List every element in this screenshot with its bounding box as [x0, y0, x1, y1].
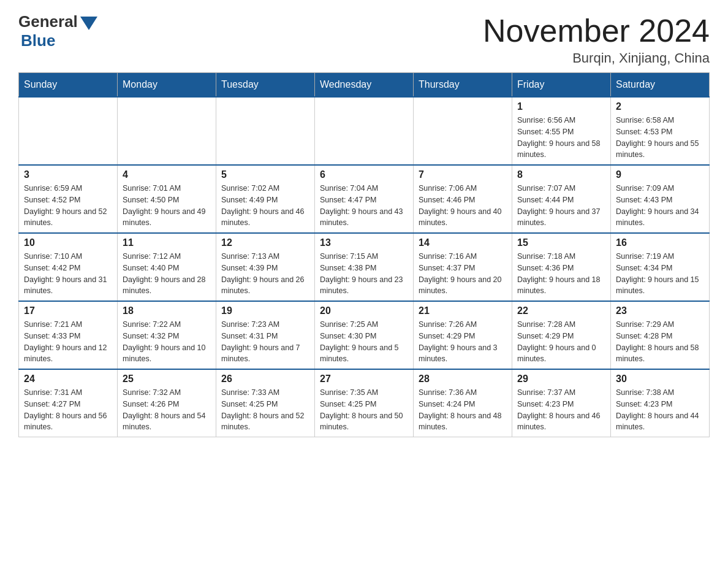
day-cell-25: 25Sunrise: 7:32 AMSunset: 4:26 PMDayligh…: [118, 369, 216, 437]
weekday-header-row: SundayMondayTuesdayWednesdayThursdayFrid…: [19, 73, 710, 98]
day-info-17: Sunrise: 7:21 AMSunset: 4:33 PMDaylight:…: [24, 319, 112, 365]
day-info-11: Sunrise: 7:12 AMSunset: 4:40 PMDaylight:…: [123, 251, 211, 297]
day-cell-12: 12Sunrise: 7:13 AMSunset: 4:39 PMDayligh…: [216, 233, 315, 301]
day-info-3: Sunrise: 6:59 AMSunset: 4:52 PMDaylight:…: [24, 183, 112, 229]
day-cell-5: 5Sunrise: 7:02 AMSunset: 4:49 PMDaylight…: [216, 165, 315, 233]
day-number-1: 1: [517, 101, 605, 112]
day-cell-22: 22Sunrise: 7:28 AMSunset: 4:29 PMDayligh…: [512, 301, 611, 369]
day-number-12: 12: [221, 237, 309, 248]
day-number-15: 15: [517, 237, 605, 248]
day-info-8: Sunrise: 7:07 AMSunset: 4:44 PMDaylight:…: [517, 183, 605, 229]
day-number-19: 19: [221, 305, 309, 316]
day-cell-23: 23Sunrise: 7:29 AMSunset: 4:28 PMDayligh…: [611, 301, 710, 369]
month-title: November 2024: [483, 12, 710, 49]
day-cell-1: 1Sunrise: 6:56 AMSunset: 4:55 PMDaylight…: [512, 97, 611, 165]
day-cell-14: 14Sunrise: 7:16 AMSunset: 4:37 PMDayligh…: [414, 233, 512, 301]
day-info-24: Sunrise: 7:31 AMSunset: 4:27 PMDaylight:…: [24, 387, 112, 433]
day-info-6: Sunrise: 7:04 AMSunset: 4:47 PMDaylight:…: [320, 183, 408, 229]
day-number-26: 26: [221, 373, 309, 385]
day-info-1: Sunrise: 6:56 AMSunset: 4:55 PMDaylight:…: [517, 115, 605, 161]
logo-general-text: General: [18, 12, 78, 31]
day-cell-27: 27Sunrise: 7:35 AMSunset: 4:25 PMDayligh…: [315, 369, 414, 437]
week-row-5: 24Sunrise: 7:31 AMSunset: 4:27 PMDayligh…: [19, 369, 710, 437]
day-cell-26: 26Sunrise: 7:33 AMSunset: 4:25 PMDayligh…: [216, 369, 315, 437]
day-number-29: 29: [517, 373, 605, 385]
logo: General Blue: [18, 12, 97, 50]
day-info-21: Sunrise: 7:26 AMSunset: 4:29 PMDaylight:…: [419, 319, 507, 365]
day-info-7: Sunrise: 7:06 AMSunset: 4:46 PMDaylight:…: [419, 183, 507, 229]
day-info-22: Sunrise: 7:28 AMSunset: 4:29 PMDaylight:…: [517, 319, 605, 365]
day-cell-11: 11Sunrise: 7:12 AMSunset: 4:40 PMDayligh…: [118, 233, 216, 301]
day-number-6: 6: [320, 169, 408, 180]
day-number-18: 18: [123, 305, 211, 316]
day-cell-9: 9Sunrise: 7:09 AMSunset: 4:43 PMDaylight…: [611, 165, 710, 233]
day-cell-15: 15Sunrise: 7:18 AMSunset: 4:36 PMDayligh…: [512, 233, 611, 301]
empty-cell: [118, 97, 216, 165]
day-number-30: 30: [616, 373, 704, 385]
day-info-4: Sunrise: 7:01 AMSunset: 4:50 PMDaylight:…: [123, 183, 211, 229]
logo-triangle-icon: [80, 17, 97, 30]
day-number-4: 4: [123, 169, 211, 180]
day-number-14: 14: [419, 237, 507, 248]
day-cell-24: 24Sunrise: 7:31 AMSunset: 4:27 PMDayligh…: [19, 369, 118, 437]
day-info-15: Sunrise: 7:18 AMSunset: 4:36 PMDaylight:…: [517, 251, 605, 297]
title-block: November 2024 Burqin, Xinjiang, China: [483, 12, 710, 66]
day-number-23: 23: [616, 305, 704, 316]
day-cell-6: 6Sunrise: 7:04 AMSunset: 4:47 PMDaylight…: [315, 165, 414, 233]
week-row-1: 1Sunrise: 6:56 AMSunset: 4:55 PMDaylight…: [19, 97, 710, 165]
day-cell-28: 28Sunrise: 7:36 AMSunset: 4:24 PMDayligh…: [414, 369, 512, 437]
day-number-9: 9: [616, 169, 704, 180]
weekday-header-wednesday: Wednesday: [315, 73, 414, 98]
day-number-28: 28: [419, 373, 507, 385]
day-number-24: 24: [24, 373, 112, 385]
day-cell-7: 7Sunrise: 7:06 AMSunset: 4:46 PMDaylight…: [414, 165, 512, 233]
day-info-20: Sunrise: 7:25 AMSunset: 4:30 PMDaylight:…: [320, 319, 408, 365]
day-info-27: Sunrise: 7:35 AMSunset: 4:25 PMDaylight:…: [320, 387, 408, 433]
day-cell-16: 16Sunrise: 7:19 AMSunset: 4:34 PMDayligh…: [611, 233, 710, 301]
day-cell-18: 18Sunrise: 7:22 AMSunset: 4:32 PMDayligh…: [118, 301, 216, 369]
day-info-28: Sunrise: 7:36 AMSunset: 4:24 PMDaylight:…: [419, 387, 507, 433]
day-info-10: Sunrise: 7:10 AMSunset: 4:42 PMDaylight:…: [24, 251, 112, 297]
empty-cell: [216, 97, 315, 165]
weekday-header-monday: Monday: [118, 73, 216, 98]
location-text: Burqin, Xinjiang, China: [483, 50, 710, 66]
day-cell-3: 3Sunrise: 6:59 AMSunset: 4:52 PMDaylight…: [19, 165, 118, 233]
day-cell-4: 4Sunrise: 7:01 AMSunset: 4:50 PMDaylight…: [118, 165, 216, 233]
empty-cell: [414, 97, 512, 165]
day-number-22: 22: [517, 305, 605, 316]
day-number-5: 5: [221, 169, 309, 180]
day-info-30: Sunrise: 7:38 AMSunset: 4:23 PMDaylight:…: [616, 387, 704, 433]
day-cell-17: 17Sunrise: 7:21 AMSunset: 4:33 PMDayligh…: [19, 301, 118, 369]
day-cell-29: 29Sunrise: 7:37 AMSunset: 4:23 PMDayligh…: [512, 369, 611, 437]
day-number-16: 16: [616, 237, 704, 248]
day-info-5: Sunrise: 7:02 AMSunset: 4:49 PMDaylight:…: [221, 183, 309, 229]
day-number-27: 27: [320, 373, 408, 385]
day-number-11: 11: [123, 237, 211, 248]
day-cell-20: 20Sunrise: 7:25 AMSunset: 4:30 PMDayligh…: [315, 301, 414, 369]
day-number-21: 21: [419, 305, 507, 316]
empty-cell: [19, 97, 118, 165]
week-row-2: 3Sunrise: 6:59 AMSunset: 4:52 PMDaylight…: [19, 165, 710, 233]
day-number-7: 7: [419, 169, 507, 180]
week-row-4: 17Sunrise: 7:21 AMSunset: 4:33 PMDayligh…: [19, 301, 710, 369]
day-cell-30: 30Sunrise: 7:38 AMSunset: 4:23 PMDayligh…: [611, 369, 710, 437]
day-info-16: Sunrise: 7:19 AMSunset: 4:34 PMDaylight:…: [616, 251, 704, 297]
day-number-20: 20: [320, 305, 408, 316]
day-cell-19: 19Sunrise: 7:23 AMSunset: 4:31 PMDayligh…: [216, 301, 315, 369]
day-cell-2: 2Sunrise: 6:58 AMSunset: 4:53 PMDaylight…: [611, 97, 710, 165]
weekday-header-tuesday: Tuesday: [216, 73, 315, 98]
day-info-14: Sunrise: 7:16 AMSunset: 4:37 PMDaylight:…: [419, 251, 507, 297]
day-number-3: 3: [24, 169, 112, 180]
day-info-18: Sunrise: 7:22 AMSunset: 4:32 PMDaylight:…: [123, 319, 211, 365]
day-info-25: Sunrise: 7:32 AMSunset: 4:26 PMDaylight:…: [123, 387, 211, 433]
day-number-17: 17: [24, 305, 112, 316]
weekday-header-sunday: Sunday: [19, 73, 118, 98]
day-info-2: Sunrise: 6:58 AMSunset: 4:53 PMDaylight:…: [616, 115, 704, 161]
calendar-table: SundayMondayTuesdayWednesdayThursdayFrid…: [18, 72, 710, 437]
day-number-25: 25: [123, 373, 211, 385]
day-info-12: Sunrise: 7:13 AMSunset: 4:39 PMDaylight:…: [221, 251, 309, 297]
week-row-3: 10Sunrise: 7:10 AMSunset: 4:42 PMDayligh…: [19, 233, 710, 301]
day-info-23: Sunrise: 7:29 AMSunset: 4:28 PMDaylight:…: [616, 319, 704, 365]
empty-cell: [315, 97, 414, 165]
day-cell-8: 8Sunrise: 7:07 AMSunset: 4:44 PMDaylight…: [512, 165, 611, 233]
